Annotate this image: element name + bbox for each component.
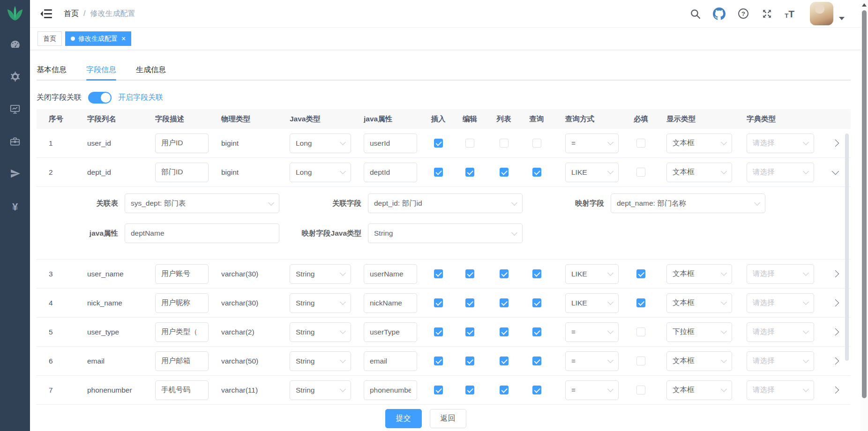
query-checkbox[interactable]	[532, 327, 541, 336]
tab-generate-info[interactable]: 生成信息	[136, 60, 166, 80]
dict-type-select[interactable]: 请选择	[747, 322, 814, 342]
insert-checkbox[interactable]	[434, 327, 443, 336]
required-checkbox[interactable]	[636, 168, 645, 177]
display-type-select[interactable]: 文本框	[666, 264, 732, 284]
required-checkbox[interactable]	[636, 357, 645, 365]
java-type-select[interactable]: String	[290, 264, 351, 284]
field-relation-toggle[interactable]	[88, 92, 112, 104]
page-scrollbar[interactable]	[861, 0, 868, 431]
insert-checkbox[interactable]	[434, 168, 443, 177]
dict-type-select[interactable]: 请选择	[747, 163, 814, 182]
description-input[interactable]: 用户ID	[155, 134, 209, 153]
list-checkbox[interactable]	[500, 327, 509, 336]
tag-close-icon[interactable]: ×	[121, 35, 126, 43]
display-type-select[interactable]: 下拉框	[666, 322, 732, 342]
list-checkbox[interactable]	[500, 386, 509, 394]
java-type-select[interactable]: Long	[290, 163, 351, 182]
description-input[interactable]: 部门ID	[155, 163, 209, 182]
description-input[interactable]: 用户昵称	[155, 293, 209, 313]
java-type-select[interactable]: String	[290, 293, 351, 313]
relation-field-select[interactable]: dept_id: 部门id	[368, 193, 523, 213]
query-checkbox[interactable]	[532, 298, 541, 307]
font-size-icon[interactable]: TT	[785, 9, 794, 19]
insert-checkbox[interactable]	[434, 298, 443, 307]
sidebar-item-tool[interactable]	[0, 126, 30, 158]
expand-row-icon[interactable]	[832, 140, 839, 147]
description-input[interactable]: 手机号码	[155, 380, 209, 400]
description-input[interactable]: 用户类型（	[155, 322, 209, 342]
description-input[interactable]: 用户账号	[155, 264, 209, 284]
dict-type-select[interactable]: 请选择	[747, 351, 814, 371]
tab-basic-info[interactable]: 基本信息	[37, 60, 67, 80]
description-input[interactable]: 用户邮箱	[155, 351, 209, 371]
java-field-input[interactable]: nickName	[364, 293, 417, 313]
query-checkbox[interactable]	[532, 386, 541, 394]
user-menu[interactable]	[810, 2, 845, 25]
fullscreen-icon[interactable]	[761, 8, 773, 20]
required-checkbox[interactable]	[636, 269, 645, 278]
query-method-select[interactable]: LIKE	[565, 163, 619, 182]
github-icon[interactable]	[713, 7, 726, 20]
sidebar-item-system[interactable]	[0, 61, 30, 94]
java-field-input[interactable]: userType	[364, 322, 417, 342]
list-checkbox[interactable]	[500, 269, 509, 278]
java-type-select[interactable]: Long	[290, 134, 351, 153]
table-scrollbar-thumb[interactable]	[845, 134, 849, 361]
scrollbar-up-arrow-icon[interactable]	[862, 3, 867, 7]
expand-row-icon[interactable]	[832, 357, 839, 365]
query-checkbox[interactable]	[532, 168, 541, 177]
expansion-java-field-input[interactable]: deptName	[125, 223, 279, 243]
query-method-select[interactable]: LIKE	[565, 293, 619, 313]
sidebar-fold-toggle[interactable]	[40, 9, 52, 19]
display-type-select[interactable]: 文本框	[666, 163, 732, 182]
sidebar-item-monitor[interactable]	[0, 94, 30, 126]
sidebar-item-finance[interactable]: ¥	[0, 191, 30, 223]
avatar[interactable]	[810, 2, 833, 25]
back-button[interactable]: 返回	[430, 409, 466, 428]
java-type-select[interactable]: String	[290, 351, 351, 371]
insert-checkbox[interactable]	[434, 357, 443, 365]
query-method-select[interactable]: =	[565, 380, 619, 400]
java-type-select[interactable]: String	[290, 322, 351, 342]
expand-row-icon[interactable]	[832, 299, 839, 307]
insert-checkbox[interactable]	[434, 269, 443, 278]
java-field-input[interactable]: userId	[364, 134, 417, 153]
submit-button[interactable]: 提交	[385, 409, 422, 428]
query-method-select[interactable]: LIKE	[565, 264, 619, 284]
relation-table-select[interactable]: sys_dept: 部门表	[125, 193, 279, 213]
list-checkbox[interactable]	[500, 298, 509, 307]
list-checkbox[interactable]	[500, 357, 509, 365]
display-type-select[interactable]: 文本框	[666, 134, 732, 153]
expand-row-icon[interactable]	[832, 167, 839, 175]
java-field-input[interactable]: email	[364, 351, 417, 371]
search-icon[interactable]	[689, 8, 701, 20]
edit-checkbox[interactable]	[465, 139, 474, 148]
expand-row-icon[interactable]	[832, 270, 839, 278]
mapping-java-type-select[interactable]: String	[368, 223, 523, 243]
display-type-select[interactable]: 文本框	[666, 293, 732, 313]
dict-type-select[interactable]: 请选择	[747, 380, 814, 400]
sidebar-item-job[interactable]	[0, 158, 30, 191]
java-field-input[interactable]: phonenumber	[364, 380, 417, 400]
required-checkbox[interactable]	[636, 298, 645, 307]
required-checkbox[interactable]	[636, 327, 645, 336]
edit-checkbox[interactable]	[465, 386, 474, 394]
display-type-select[interactable]: 文本框	[666, 380, 732, 400]
query-checkbox[interactable]	[532, 139, 541, 148]
java-field-input[interactable]: userName	[364, 264, 417, 284]
help-icon[interactable]: ?	[737, 7, 749, 20]
edit-checkbox[interactable]	[465, 357, 474, 365]
display-type-select[interactable]: 文本框	[666, 351, 732, 371]
app-logo[interactable]	[0, 0, 30, 29]
edit-checkbox[interactable]	[465, 327, 474, 336]
tab-field-info[interactable]: 字段信息	[86, 60, 116, 80]
java-type-select[interactable]: String	[290, 380, 351, 400]
query-method-select[interactable]: =	[565, 351, 619, 371]
insert-checkbox[interactable]	[434, 139, 443, 148]
list-checkbox[interactable]	[500, 139, 509, 148]
page-scrollbar-thumb[interactable]	[862, 10, 867, 398]
dict-type-select[interactable]: 请选择	[747, 264, 814, 284]
expand-row-icon[interactable]	[832, 328, 839, 336]
insert-checkbox[interactable]	[434, 386, 443, 394]
list-checkbox[interactable]	[500, 168, 509, 177]
